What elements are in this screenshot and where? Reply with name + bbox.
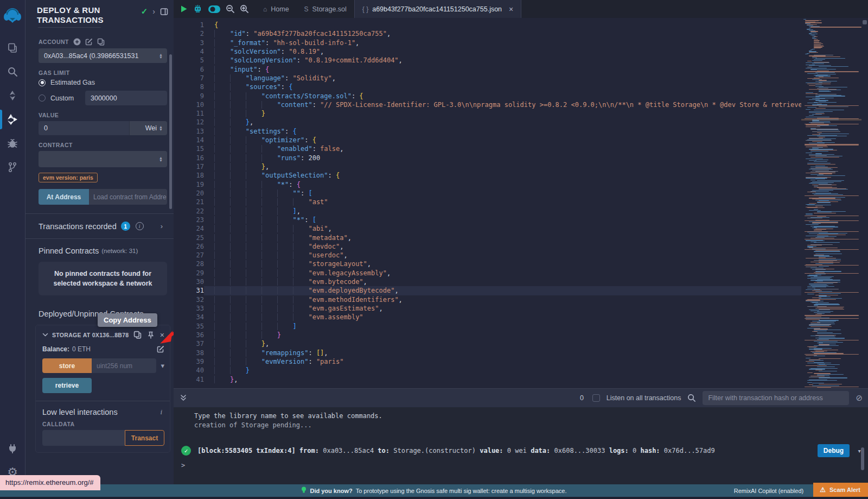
at-address-button[interactable]: At Address [39,189,89,205]
code-line-34[interactable]: 34 "evm.assembly" [174,313,801,321]
code-line-25[interactable]: 25 "metadata", [174,233,801,242]
panel-scrollbar[interactable] [169,54,172,209]
code-line-36[interactable]: 36 } [174,331,801,339]
gas-custom-radio[interactable] [39,94,46,102]
code-line-37[interactable]: 37 }, [174,339,801,348]
code-line-14[interactable]: 14 "optimizer": { [174,136,801,144]
plugin-manager-icon[interactable] [0,437,25,460]
code-line-4[interactable]: 4 "solcVersion": "0.8.19", [174,47,801,56]
code-line-23[interactable]: 23 "*": [ [174,216,801,224]
code-line-24[interactable]: 24 "abi", [174,224,801,233]
code-line-15[interactable]: 15 "enabled": false, [174,144,801,153]
code-line-9[interactable]: 9 "contracts/Storage.sol": { [174,92,801,100]
tab-storage-sol[interactable]: SStorage.sol [297,0,354,18]
retrieve-button[interactable]: retrieve [42,378,92,393]
code-line-2[interactable]: 2 "id": "a69b43f277ba20fcac141151250ca75… [174,29,801,38]
expand-store-args-icon[interactable]: ▾ [161,362,164,370]
code-line-28[interactable]: 28 "storageLayout", [174,260,801,268]
code-line-26[interactable]: 26 "devdoc", [174,242,801,251]
code-line-27[interactable]: 27 "userdoc", [174,251,801,260]
editor-scrollbar[interactable] [861,18,868,388]
contract-card-header[interactable]: STORAGE AT 0X136...8B78 × [42,331,164,339]
account-select-spinner[interactable]: ▲▼ [159,53,163,59]
code-line-16[interactable]: 16 "runs": 200 [174,154,801,162]
panel-expand-icon[interactable]: › [152,7,155,16]
debugger-icon[interactable] [0,131,25,155]
account-select[interactable]: 0xA03...85ac4 (0.39866531531 ▲▼ [39,48,167,63]
edit-balance-icon[interactable] [157,345,164,353]
listen-checkbox[interactable] [592,394,600,402]
code-line-40[interactable]: 40 } [174,366,801,375]
code-line-21[interactable]: 21 "ast" [174,198,801,206]
code-line-3[interactable]: 3 "_format": "hh-sol-build-info-1", [174,39,801,47]
git-icon[interactable] [0,155,25,179]
ai-assistant-robot-icon[interactable] [193,4,203,14]
at-address-input[interactable]: Load contract from Addre [89,189,167,205]
code-line-39[interactable]: 39 "evmVersion": "paris" [174,357,801,366]
edit-account-icon[interactable] [85,38,93,46]
solidity-compiler-icon[interactable] [0,84,25,108]
code-line-13[interactable]: 13 "settings": { [174,127,801,136]
code-line-10[interactable]: 10 "content": "// SPDX-License-Identifie… [174,100,801,109]
pin-contract-icon[interactable] [147,331,155,339]
low-level-info-icon[interactable]: i [160,408,162,416]
close-tab-icon[interactable]: × [509,5,513,14]
code-line-5[interactable]: 5 "solcLongVersion": "0.8.19+commit.7dd6… [174,56,801,65]
code-line-17[interactable]: 17 }, [174,162,801,171]
code-line-41[interactable]: 41 }, [174,375,801,384]
debug-button[interactable]: Debug [818,444,850,457]
code-line-19[interactable]: 19 "*": { [174,180,801,189]
tab-a69b43f277ba20fcac141151250ca755-json[interactable]: { }a69b43f277ba20fcac141151250ca755.json… [354,0,521,18]
info-icon[interactable]: i [136,222,144,230]
tab-home[interactable]: ⌂Home [256,0,297,18]
zoom-in-icon[interactable] [240,4,249,14]
search-icon[interactable] [0,60,25,84]
transaction-log-row[interactable]: ✓ [block:5583405 txIndex:4] from: 0xa03.… [174,444,868,457]
code-line-6[interactable]: 6 "input": { [174,65,801,74]
code-line-38[interactable]: 38 "remappings": [], [174,349,801,357]
editor-scrollbar-thumb[interactable] [863,20,867,24]
zoom-out-icon[interactable] [226,4,235,14]
code-line-32[interactable]: 32 "evm.methodIdentifiers", [174,295,801,304]
deploy-and-run-icon[interactable] [0,108,25,131]
copilot-toggle-icon[interactable] [208,5,221,14]
transactions-expand-icon[interactable]: › [161,222,163,230]
code-line-22[interactable]: 22 ], [174,207,801,216]
collapse-contract-icon[interactable] [42,332,48,338]
add-account-icon[interactable] [73,38,81,46]
code-line-29[interactable]: 29 "evm.legacyAssembly", [174,269,801,277]
copy-account-icon[interactable] [97,38,105,46]
code-line-7[interactable]: 7 "language": "Solidity", [174,74,801,83]
gas-estimated-radio-row[interactable]: Estimated Gas [39,79,167,86]
terminal-expand-icon[interactable] [180,394,187,402]
code-line-12[interactable]: 12 }, [174,118,801,127]
scam-alert-badge[interactable]: ⚠ Scam Alert [813,483,868,497]
remove-contract-icon[interactable]: × [160,332,164,338]
contract-select[interactable]: ▲▼ [39,151,167,167]
terminal-scrollbar-thumb[interactable] [861,447,864,470]
file-explorer-icon[interactable] [0,36,25,60]
remix-logo-icon[interactable] [0,3,25,28]
terminal-search-icon[interactable] [687,394,696,402]
store-button[interactable]: store [42,358,92,373]
code-line-1[interactable]: 1{ [174,21,801,29]
value-unit-select[interactable]: Wei ▲▼ [129,121,167,135]
calldata-input[interactable] [42,430,125,446]
code-line-18[interactable]: 18 "outputSelection": { [174,171,801,180]
transact-button[interactable]: Transact [125,430,164,446]
filter-input[interactable]: Filter with transaction hash or address [703,391,849,405]
contract-select-spinner[interactable]: ▲▼ [159,156,163,162]
run-script-play-icon[interactable] [180,5,188,13]
terminal-prompt[interactable]: > [181,462,185,469]
clear-console-icon[interactable]: ⊘ [856,393,863,403]
gas-estimated-radio[interactable] [39,79,46,86]
minimap[interactable] [801,18,861,388]
value-input[interactable]: 0 [39,121,129,135]
gas-custom-input[interactable]: 3000000 [85,91,167,105]
code-line-31[interactable]: 31 "evm.deployedBytecode", [174,286,801,295]
code-line-30[interactable]: 30 "evm.bytecode", [174,277,801,286]
terminal-output[interactable]: Type the library name to see available c… [174,407,868,484]
code-line-8[interactable]: 8 "sources": { [174,83,801,91]
code-editor[interactable]: 1{2 "id": "a69b43f277ba20fcac141151250ca… [174,18,868,388]
pin-panel-icon[interactable] [160,8,168,16]
